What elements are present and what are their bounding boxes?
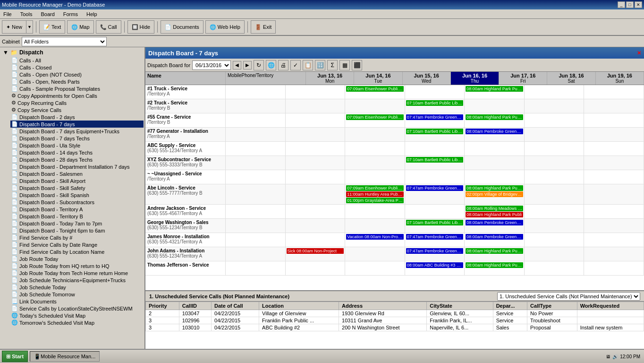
event[interactable]: 01:00pm Grayslake-Area Publi	[346, 198, 404, 203]
sidebar-item-12[interactable]: 📄Dispatch Board - Ula Style	[10, 142, 144, 149]
sidebar-item-23[interactable]: 📄Dispatch Board - Today 7am to 7pm	[10, 220, 144, 227]
maximize-button[interactable]: □	[626, 1, 634, 8]
event[interactable]: 07:47am Pembroke Greens Tri	[406, 248, 464, 254]
sidebar-item-7[interactable]: ⚙Copy Service Calls	[10, 106, 144, 113]
sidebar-item-13[interactable]: 📄Dispatch Board - 14 days Techs	[10, 149, 144, 156]
event[interactable]: 08:00am Highland Park Public	[466, 114, 523, 120]
sidebar-item-2[interactable]: 📄Calls - Open (NOT Closed)	[10, 71, 144, 78]
dispatch-date-select[interactable]: 06/13/2016	[192, 60, 231, 70]
event[interactable]: 08:00am Highland Park Public	[466, 262, 523, 268]
sidebar-item-37[interactable]: 🌐Tomorrow's Scheduled Visit Map	[10, 319, 144, 326]
sidebar-item-34[interactable]: 📃Link Documents	[10, 298, 144, 305]
export-button[interactable]: 📋	[303, 60, 313, 70]
prev-button[interactable]: ◀	[233, 61, 241, 69]
sidebar-item-33[interactable]: 📄Job Schedule Tomorrow	[10, 291, 144, 298]
menu-file[interactable]: File	[2, 11, 13, 17]
text-button[interactable]: 📝 Text	[39, 20, 65, 34]
bottom-dropdown[interactable]: 1. Unscheduled Service Calls (Not Planne…	[497, 292, 640, 301]
event[interactable]: 07:09am Eisenhower Public Li	[346, 185, 404, 191]
sidebar-item-3[interactable]: 📄Calls - Open, Needs Parts	[10, 78, 144, 85]
sidebar-item-0[interactable]: 📄Calls - All	[10, 57, 144, 64]
sidebar-item-24[interactable]: 📄Dispatch Board - Tonight 6pm to 6am	[10, 227, 144, 234]
webhelp-button[interactable]: 🌐 Web Help	[205, 20, 245, 34]
event[interactable]: 07:47am Pembroke Greens Tri	[406, 234, 464, 240]
event[interactable]: 08:00am ABC Building #3 Eme	[406, 262, 464, 268]
hide-button[interactable]: 🔲 Hide	[127, 20, 155, 34]
sidebar-item-15[interactable]: 📄Dispatch Board - Department Installatio…	[10, 163, 144, 170]
close-button[interactable]: ✕	[635, 1, 642, 8]
event[interactable]: 07:47am Pembroke Greens Tr	[406, 114, 464, 120]
cabinet-select[interactable]: All Folders	[22, 37, 107, 46]
globe-button[interactable]: 🌐	[266, 60, 276, 70]
sidebar-item-5[interactable]: ⚙Copy Appointments for Open Calls	[10, 92, 144, 99]
event[interactable]: 07:10am Bartlett Public Library	[406, 129, 464, 134]
event[interactable]: 07:10am Bartlett Public Library	[406, 157, 464, 163]
sidebar-item-21[interactable]: 📄Dispatch Board - Territory A	[10, 206, 144, 213]
refresh-button[interactable]: ↻	[254, 60, 264, 70]
event[interactable]: Vacation 08:00am Non-Project	[346, 234, 404, 240]
taskbar-item-0[interactable]: 📱 Mobile Resource Man...	[30, 351, 100, 352]
event[interactable]: 08:00am Pembroke Greens Sy	[466, 234, 523, 240]
dispatch-close-button[interactable]: ✕	[637, 50, 641, 56]
sidebar-item-35[interactable]: 📄Service Calls by LocationStateCityStree…	[10, 305, 144, 312]
event[interactable]: 02:00pm Village of Bridgeview	[466, 191, 523, 197]
event[interactable]: 07:10am Bartlett Public Library	[406, 220, 464, 225]
sidebar-item-26[interactable]: 📄Find Service Calls by Date Range	[10, 241, 144, 248]
event[interactable]: 08:00am Highland Park Public	[466, 248, 523, 254]
start-button[interactable]: ⊞ Start	[2, 351, 28, 352]
event[interactable]: 08:00am Pembroke Greens Sy	[466, 220, 523, 225]
sidebar-item-32[interactable]: 📄Job Schedule Today	[10, 284, 144, 291]
new-dropdown[interactable]: ▼	[26, 20, 33, 34]
map-button[interactable]: 🌐 Map	[67, 20, 93, 34]
sidebar-item-10[interactable]: 📄Dispatch Board - 7 days Equipment+Truck…	[10, 128, 144, 135]
menu-help[interactable]: Help	[85, 11, 99, 17]
minimize-button[interactable]: _	[618, 1, 625, 8]
sidebar-item-28[interactable]: 📄Job Route Today	[10, 255, 144, 262]
event[interactable]: 07:47am Pembroke Greens Tri	[406, 185, 464, 191]
menu-board[interactable]: Board	[39, 11, 56, 17]
sidebar-item-6[interactable]: ⚙Copy Recurring Calls	[10, 99, 144, 106]
next-button[interactable]: ▶	[243, 61, 252, 69]
sidebar-item-18[interactable]: 📄Dispatch Board - Skill Safety	[10, 184, 144, 191]
menu-tools[interactable]: Tools	[19, 11, 34, 17]
stop-button[interactable]: ⬛	[352, 60, 362, 70]
sidebar-item-16[interactable]: 📄Dispatch Board - Salesmen	[10, 170, 144, 177]
event[interactable]: Sick 08:00am Non-Project	[287, 248, 344, 254]
documents-button[interactable]: 📄 Documents	[161, 20, 203, 34]
event[interactable]: 08:00am Rolling Meadows Lib	[466, 206, 523, 211]
sidebar-item-1[interactable]: 📄Calls - Closed	[10, 64, 144, 71]
sidebar-item-14[interactable]: 📄Dispatch Board - 28 days Techs	[10, 156, 144, 163]
sidebar-item-4[interactable]: 📄Calls - Sample Proposal Templates	[10, 85, 144, 92]
sidebar-item-8[interactable]: 📄Dispatch Board - 2 days	[10, 113, 144, 121]
event[interactable]: 07:09am Eisenhower Public Li	[346, 86, 404, 92]
exit-button[interactable]: 🚪 Exit	[251, 20, 276, 34]
event[interactable]: 08:00am Highland Park Publi	[466, 212, 523, 217]
sidebar-item-22[interactable]: 📄Dispatch Board - Territory B	[10, 213, 144, 220]
event[interactable]: 07:10am Bartlett Public Library	[406, 100, 464, 106]
event[interactable]: 08:00am Pembroke Greens Sy	[466, 129, 523, 134]
sidebar-item-27[interactable]: 📄Find Service Calls by Location Name	[10, 248, 144, 255]
event[interactable]: 08:00am Highland Park Public	[466, 86, 523, 92]
sigma-button[interactable]: Σ	[327, 60, 338, 70]
sidebar-item-29[interactable]: 📄Job Route Today from HQ return to HQ	[10, 262, 144, 269]
check-button[interactable]: ✓	[290, 60, 301, 70]
sidebar-item-31[interactable]: 📄Job Schedule Technicians+Equipment+Truc…	[10, 277, 144, 284]
menu-forms[interactable]: Forms	[62, 11, 79, 17]
calc-button[interactable]: 🔢	[315, 60, 325, 70]
call-button[interactable]: 📞 Call	[96, 20, 121, 34]
sidebar-item-30[interactable]: 📄Job Route Today from Tech Home return H…	[10, 269, 144, 277]
sidebar-item-11[interactable]: 📄Dispatch Board - 7 days Techs	[10, 135, 144, 142]
sidebar-root-dispatch[interactable]: ▼ 📁 Dispatch	[1, 48, 144, 57]
event[interactable]: 08:00am Highland Park Public	[466, 185, 523, 191]
event[interactable]: 07:09am Eisenhower Public Li	[346, 114, 404, 120]
sidebar-item-25[interactable]: 📄Find Service Calls by #	[10, 234, 144, 241]
sidebar-item-20[interactable]: 📄Dispatch Board - Subcontractors	[10, 199, 144, 206]
sidebar-item-19[interactable]: 📄Dispatch Board - Skill Spanish	[10, 191, 144, 199]
event[interactable]: 11:00am Huntley Area Public L	[346, 191, 404, 197]
new-button[interactable]: ✦ New	[2, 20, 26, 34]
sidebar-item-17[interactable]: 📄Dispatch Board - Skill Airport	[10, 177, 144, 184]
bottom-scroll[interactable]: Priority CallID Date of Call Location Ad…	[145, 302, 644, 352]
print-button[interactable]: 🖨	[278, 60, 288, 70]
table-button[interactable]: ▦	[339, 60, 350, 70]
sidebar-item-9[interactable]: 📄Dispatch Board - 7 days	[10, 121, 144, 128]
